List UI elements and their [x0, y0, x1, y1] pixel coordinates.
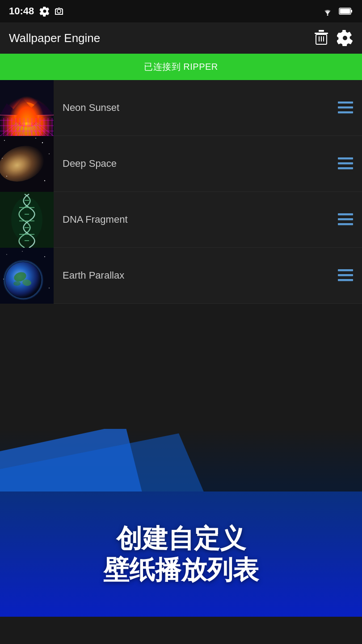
svg-point-53: [11, 197, 42, 242]
delete-button[interactable]: [315, 30, 328, 46]
svg-line-15: [0, 115, 27, 136]
svg-point-61: [49, 288, 50, 288]
svg-rect-8: [321, 36, 322, 42]
svg-point-13: [14, 102, 39, 127]
wallpaper-name-neon-sunset: Neon Sunset: [63, 102, 119, 113]
svg-point-35: [4, 140, 5, 141]
svg-line-16: [5, 115, 27, 136]
wallpaper-info-earth-parallax: Earth Parallax: [54, 270, 329, 281]
svg-line-20: [27, 115, 32, 136]
status-time: 10:48: [9, 5, 34, 17]
wallpaper-item-neon-sunset[interactable]: Neon Sunset: [0, 80, 362, 136]
wallpaper-item-dna-fragment[interactable]: DNA Fragment: [0, 192, 362, 248]
svg-line-22: [27, 115, 43, 136]
wallpaper-info-neon-sunset: Neon Sunset: [54, 102, 329, 114]
promo-banner: 创建自定义 壁纸播放列表: [0, 491, 362, 617]
gear-icon: [337, 30, 353, 46]
svg-point-12: [14, 102, 39, 127]
svg-rect-31: [338, 106, 353, 109]
svg-rect-71: [338, 279, 353, 281]
svg-line-19: [21, 115, 27, 136]
status-bar: 10:48: [0, 0, 362, 22]
thumbnail-dna-fragment: [0, 192, 54, 248]
svg-rect-54: [338, 213, 353, 216]
svg-point-38: [6, 176, 7, 177]
svg-line-17: [11, 115, 27, 136]
connection-banner: 已连接到 RIPPER: [0, 54, 362, 80]
empty-area: [0, 304, 362, 429]
svg-point-0: [327, 14, 328, 16]
wallpaper-list: Neon Sunset: [0, 80, 362, 304]
svg-point-59: [44, 256, 45, 257]
svg-rect-30: [338, 102, 353, 104]
svg-rect-7: [319, 36, 320, 42]
svg-point-36: [42, 142, 43, 143]
toolbar: Wallpaper Engine: [0, 22, 362, 54]
wifi-icon: [321, 6, 334, 16]
promo-text: 创建自定义 壁纸播放列表: [94, 514, 268, 594]
menu-icon-neon-sunset: [338, 102, 353, 114]
svg-rect-69: [338, 269, 353, 271]
promo-text-line1: 创建自定义: [103, 523, 259, 554]
status-icons: [39, 6, 64, 17]
wallpaper-info-dna-fragment: DNA Fragment: [54, 214, 329, 225]
menu-button-deep-space[interactable]: [329, 148, 362, 179]
menu-button-earth-parallax[interactable]: [329, 260, 362, 291]
wallpaper-item-earth-parallax[interactable]: Earth Parallax: [0, 248, 362, 304]
svg-point-37: [49, 153, 50, 154]
svg-line-24: [27, 115, 54, 136]
svg-rect-2: [351, 10, 352, 13]
svg-point-58: [6, 254, 7, 255]
deep-space-art: [0, 136, 54, 192]
svg-rect-32: [338, 111, 353, 114]
menu-button-dna-fragment[interactable]: [329, 204, 362, 235]
svg-rect-3: [340, 9, 350, 14]
delete-icon: [315, 30, 328, 46]
svg-point-41: [35, 138, 36, 139]
svg-line-18: [16, 115, 27, 136]
promo-section: 创建自定义 壁纸播放列表: [0, 429, 362, 617]
battery-icon: [339, 7, 353, 15]
svg-rect-56: [338, 223, 353, 225]
thumbnail-earth-parallax: [0, 248, 54, 304]
status-camera-icon: [54, 6, 64, 17]
svg-point-39: [44, 180, 45, 181]
toolbar-actions: [315, 30, 353, 46]
wallpaper-name-earth-parallax: Earth Parallax: [63, 270, 124, 281]
svg-rect-4: [315, 33, 328, 34]
app-title: Wallpaper Engine: [9, 31, 100, 45]
earth-parallax-art: [0, 248, 54, 304]
svg-line-21: [27, 115, 38, 136]
promo-text-line2: 壁纸播放列表: [103, 554, 259, 585]
menu-icon-deep-space: [338, 157, 353, 170]
menu-button-neon-sunset[interactable]: [329, 93, 362, 123]
svg-rect-55: [338, 218, 353, 220]
promo-shapes: [0, 429, 362, 496]
wallpaper-info-deep-space: Deep Space: [54, 158, 329, 169]
status-bar-right: [321, 6, 353, 16]
svg-rect-44: [338, 167, 353, 169]
connection-text: 已连接到 RIPPER: [144, 62, 218, 72]
wallpaper-name-dna-fragment: DNA Fragment: [63, 214, 128, 225]
neon-sunset-art: [0, 80, 54, 136]
menu-icon-dna-fragment: [338, 213, 353, 226]
status-settings-icon: [39, 6, 50, 17]
svg-rect-42: [338, 157, 353, 160]
status-bar-left: 10:48: [9, 5, 64, 17]
svg-point-40: [2, 158, 3, 159]
wallpaper-name-deep-space: Deep Space: [63, 158, 117, 169]
svg-rect-70: [338, 274, 353, 276]
dna-fragment-art: [0, 192, 54, 248]
settings-button[interactable]: [337, 30, 353, 46]
thumbnail-deep-space: [0, 136, 54, 192]
thumbnail-neon-sunset: [0, 80, 54, 136]
svg-point-66: [13, 281, 21, 286]
svg-point-62: [22, 251, 23, 252]
wallpaper-item-deep-space[interactable]: Deep Space: [0, 136, 362, 192]
menu-icon-earth-parallax: [338, 269, 353, 282]
svg-line-23: [27, 115, 48, 136]
svg-rect-5: [319, 30, 324, 32]
svg-rect-9: [323, 36, 324, 42]
svg-rect-43: [338, 162, 353, 165]
